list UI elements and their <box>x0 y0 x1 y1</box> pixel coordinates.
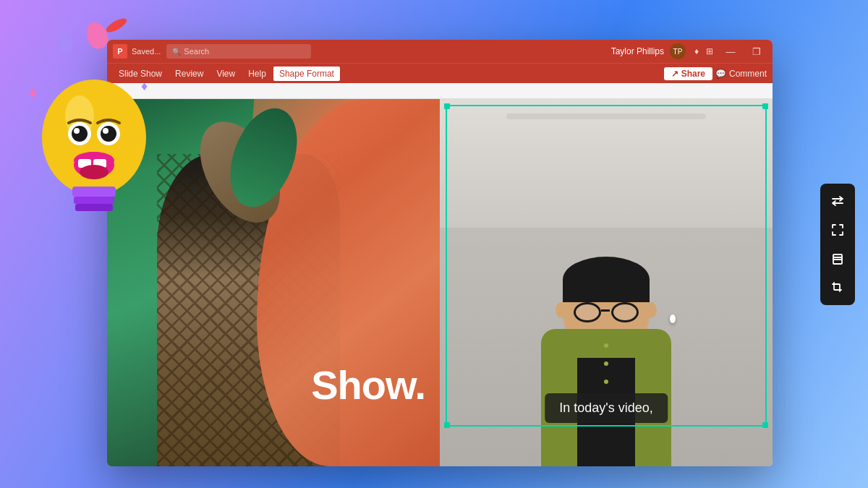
user-name: Taylor Phillips <box>611 46 664 56</box>
caption-text: In today's video, <box>559 401 653 415</box>
menu-shapeformat[interactable]: Shape Format <box>273 67 340 81</box>
svg-point-6 <box>72 126 88 142</box>
svg-point-10 <box>103 128 109 134</box>
side-toolbar <box>820 184 855 305</box>
ppt-app-icon: P <box>113 44 127 59</box>
slide-right-panel: In today's video, <box>440 99 773 466</box>
saved-label: Saved... <box>132 47 161 56</box>
menu-view[interactable]: View <box>210 67 241 81</box>
slide-main: Show. <box>107 99 773 466</box>
menu-bar: Slide Show Review View Help Shape Format… <box>107 63 773 83</box>
search-box[interactable]: 🔍 Search <box>166 44 311 59</box>
title-bar-left: P Saved... <box>113 44 161 59</box>
grid-icon: ⊞ <box>705 46 715 56</box>
crop-button[interactable] <box>825 275 851 301</box>
powerpoint-window: P Saved... 🔍 Search Taylor Phillips TP ♦… <box>107 40 773 466</box>
svg-rect-18 <box>833 257 842 264</box>
search-icon: 🔍 <box>172 48 181 56</box>
share-button[interactable]: ↗ Share <box>664 67 712 80</box>
lightbulb-character: ♦ ♦ <box>22 58 188 267</box>
swap-button[interactable] <box>825 188 851 214</box>
comment-label: Comment <box>729 69 767 79</box>
maximize-button[interactable]: ❐ <box>746 41 767 61</box>
svg-rect-4 <box>75 204 113 211</box>
warehouse-bg <box>440 99 773 246</box>
fullscreen-button[interactable] <box>825 217 851 243</box>
show-text: Show. <box>311 361 425 408</box>
diamond-icon: ♦ <box>692 46 702 56</box>
search-placeholder: Search <box>184 47 209 56</box>
svg-text:♦: ♦ <box>141 79 148 93</box>
comment-button[interactable]: 💬 Comment <box>715 69 767 79</box>
menu-right: ↗ Share 💬 Comment <box>664 67 767 80</box>
comment-icon: 💬 <box>715 69 726 79</box>
minimize-button[interactable]: — <box>720 41 741 61</box>
title-bar: P Saved... 🔍 Search Taylor Phillips TP ♦… <box>107 40 773 63</box>
menu-help[interactable]: Help <box>242 67 272 81</box>
slide-content: Show. <box>107 99 773 466</box>
share-icon: ↗ <box>671 69 678 79</box>
layer-button[interactable] <box>825 246 851 272</box>
svg-point-9 <box>101 126 116 142</box>
svg-point-7 <box>74 128 80 134</box>
user-avatar: TP <box>670 43 686 59</box>
svg-rect-3 <box>74 197 114 204</box>
person-presenter <box>534 242 678 466</box>
title-bar-icons: ♦ ⊞ <box>692 46 715 56</box>
svg-text:♦: ♦ <box>29 83 37 101</box>
caption-bar: In today's video, <box>545 393 668 423</box>
title-bar-center: Taylor Phillips TP ♦ ⊞ — ❐ <box>317 41 767 61</box>
svg-point-15 <box>80 165 109 179</box>
svg-rect-2 <box>72 187 116 197</box>
share-label: Share <box>681 69 705 79</box>
earbud <box>670 314 676 323</box>
slide-area: Show. <box>107 99 773 466</box>
ribbon <box>107 83 773 99</box>
